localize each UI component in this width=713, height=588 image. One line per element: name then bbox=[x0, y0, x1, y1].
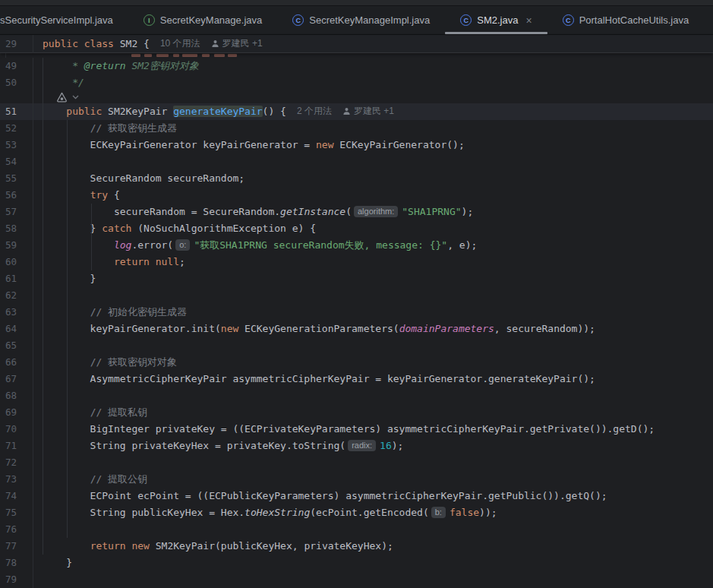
code-line-78[interactable]: 78 } bbox=[0, 555, 713, 571]
tab-label: SecretKeyManage.java bbox=[160, 14, 262, 26]
code-line-79[interactable]: 79 bbox=[0, 571, 713, 588]
code-line-63[interactable]: 63 // 初始化密钥生成器 bbox=[0, 304, 713, 321]
code-line-59[interactable]: 59 log.error(o:"获取SHA1PRNG secureRandom失… bbox=[0, 237, 713, 254]
gutter bbox=[0, 53, 6, 58]
line-number[interactable]: 69 bbox=[0, 404, 33, 421]
usages-hint[interactable]: 10 个用法 bbox=[160, 38, 200, 49]
line-number[interactable]: 52 bbox=[0, 120, 33, 137]
tab-portalhotcacheutils-java[interactable]: CPortalHotCacheUtils.java bbox=[547, 6, 705, 34]
line-number[interactable]: 70 bbox=[0, 421, 33, 438]
code-line-72[interactable]: 72 bbox=[0, 454, 713, 471]
line-number[interactable]: 61 bbox=[0, 270, 33, 287]
code-line-57[interactable]: 57 secureRandom = SecureRandom.getInstan… bbox=[0, 204, 713, 220]
line-number[interactable]: 75 bbox=[0, 504, 33, 521]
line-number[interactable]: 54 bbox=[0, 153, 33, 170]
code-line-49[interactable]: 49 * @return SM2密钥对对象 bbox=[0, 58, 713, 74]
author-annotation[interactable]: 罗建民 +1 bbox=[342, 106, 394, 116]
ai-inlay-content[interactable] bbox=[33, 91, 79, 103]
code-line-62[interactable]: 62 bbox=[0, 287, 713, 304]
author-annotation[interactable]: 罗建民 +1 bbox=[211, 38, 263, 49]
code-line-77[interactable]: 77 return new SM2KeyPair(publicKeyHex, p… bbox=[0, 538, 713, 555]
code-line-73[interactable]: 73 // 提取公钥 bbox=[0, 471, 713, 488]
code-line-58[interactable]: 58 } catch (NoSuchAlgorithmException e) … bbox=[0, 220, 713, 237]
tab-secretkeymanageimpl-java[interactable]: CSecretKeyManageImpl.java bbox=[277, 6, 445, 34]
code-line-64[interactable]: 64 keyPairGenerator.init(new ECKeyGenera… bbox=[0, 321, 713, 337]
line-number[interactable]: 66 bbox=[0, 354, 33, 371]
line-number[interactable]: 55 bbox=[0, 170, 33, 187]
line-number[interactable]: 65 bbox=[0, 337, 33, 354]
tab-sm2-java[interactable]: CSM2.java× bbox=[445, 6, 547, 34]
code-line-61[interactable]: 61 } bbox=[0, 270, 713, 287]
parameter-inlay-hint: b: bbox=[431, 507, 446, 518]
tab-ssecurityserviceimpl-java[interactable]: sSecurityServiceImpl.java bbox=[0, 6, 128, 34]
code-line-50[interactable]: 50 */ bbox=[0, 74, 713, 91]
sticky-class-declaration-line[interactable]: 29public class SM2 {10 个用法罗建民 +1 bbox=[0, 35, 713, 53]
code-token: secureRandom = SecureRandom. bbox=[43, 206, 280, 217]
gutter[interactable] bbox=[0, 91, 33, 103]
code-line-74[interactable]: 74 ECPoint ecPoint = ((ECPublicKeyParame… bbox=[0, 488, 713, 504]
line-number[interactable]: 79 bbox=[0, 571, 33, 588]
code-line-71[interactable]: 71 String privateKeyHex = privateKey.toS… bbox=[0, 438, 713, 454]
code-line-76[interactable]: 76 bbox=[0, 521, 713, 538]
usages-hint[interactable]: 2 个用法 bbox=[297, 106, 332, 116]
code-text: * @return SM2密钥对对象 bbox=[33, 58, 199, 74]
code-line-51[interactable]: 51 public SM2KeyPair generateKeyPair() {… bbox=[0, 103, 713, 120]
window-title-bar bbox=[0, 0, 713, 6]
line-number[interactable]: 68 bbox=[0, 387, 33, 404]
line-number[interactable]: 57 bbox=[0, 204, 33, 220]
code-line-52[interactable]: 52 // 获取密钥生成器 bbox=[0, 120, 713, 137]
line-number[interactable]: 49 bbox=[0, 58, 33, 74]
code-editor[interactable]: 49 * @return SM2密钥对对象50 */51 public SM2K… bbox=[0, 53, 713, 588]
line-number[interactable]: 56 bbox=[0, 187, 33, 204]
line-number[interactable]: 50 bbox=[0, 74, 33, 91]
code-text: ECPoint ecPoint = ((ECPublicKeyParameter… bbox=[33, 488, 607, 504]
line-number[interactable]: 53 bbox=[0, 137, 33, 153]
line-number[interactable]: 76 bbox=[0, 521, 33, 538]
code-token: } bbox=[43, 273, 96, 284]
code-line-53[interactable]: 53 ECKeyPairGenerator keyPairGenerator =… bbox=[0, 137, 713, 153]
code-line-75[interactable]: 75 String publicKeyHex = Hex.toHexString… bbox=[0, 504, 713, 521]
code-token: ECKeyPairGenerator keyPairGenerator = bbox=[43, 139, 316, 150]
chevron-down-icon[interactable] bbox=[72, 95, 79, 100]
code-line-68[interactable]: 68 bbox=[0, 387, 713, 404]
line-number[interactable]: 59 bbox=[0, 237, 33, 254]
line-number[interactable]: 62 bbox=[0, 287, 33, 304]
class-icon: C bbox=[460, 14, 472, 26]
line-number[interactable]: 73 bbox=[0, 471, 33, 488]
line-number[interactable]: 67 bbox=[0, 371, 33, 387]
line-number[interactable]: 29 bbox=[0, 35, 33, 53]
tab-label: sSecurityServiceImpl.java bbox=[0, 14, 113, 26]
close-icon[interactable]: × bbox=[525, 15, 532, 26]
code-line-70[interactable]: 70 BigInteger privateKey = ((ECPrivateKe… bbox=[0, 421, 713, 438]
line-number[interactable]: 58 bbox=[0, 220, 33, 237]
line-number[interactable]: 77 bbox=[0, 538, 33, 555]
line-number[interactable]: 63 bbox=[0, 304, 33, 321]
code-token: ECKeyPairGenerator(); bbox=[334, 139, 465, 150]
code-token: catch bbox=[102, 223, 131, 234]
line-number[interactable]: 74 bbox=[0, 488, 33, 504]
code-line-60[interactable]: 60 return null; bbox=[0, 254, 713, 270]
code-line-54[interactable]: 54 bbox=[0, 153, 713, 170]
code-line-69[interactable]: 69 // 提取私钥 bbox=[0, 404, 713, 421]
line-number[interactable]: 60 bbox=[0, 254, 33, 270]
line-number[interactable]: 51 bbox=[0, 103, 33, 120]
ai-assistant-icon[interactable] bbox=[56, 92, 68, 103]
tab-secretkeymanage-java[interactable]: ISecretKeyManage.java bbox=[128, 6, 277, 34]
line-number[interactable]: 64 bbox=[0, 321, 33, 337]
line-number[interactable]: 78 bbox=[0, 555, 33, 571]
parameter-inlay-hint: radix: bbox=[348, 440, 376, 451]
code-line-55[interactable]: 55 SecureRandom secureRandom; bbox=[0, 170, 713, 187]
clipped-text-fragment bbox=[144, 54, 152, 57]
code-line-56[interactable]: 56 try { bbox=[0, 187, 713, 204]
tab-clipped[interactable]: C bbox=[704, 6, 713, 34]
code-token: keyPairGenerator.init( bbox=[43, 323, 221, 334]
code-line-67[interactable]: 67 AsymmetricCipherKeyPair asymmetricCip… bbox=[0, 371, 713, 387]
code-line-65[interactable]: 65 bbox=[0, 337, 713, 354]
person-icon bbox=[211, 40, 219, 48]
code-line-66[interactable]: 66 // 获取密钥对对象 bbox=[0, 354, 713, 371]
code-token: , e); bbox=[447, 239, 477, 251]
line-number[interactable]: 71 bbox=[0, 438, 33, 454]
code-text: // 初始化密钥生成器 bbox=[33, 304, 187, 321]
code-text bbox=[33, 387, 43, 404]
line-number[interactable]: 72 bbox=[0, 454, 33, 471]
